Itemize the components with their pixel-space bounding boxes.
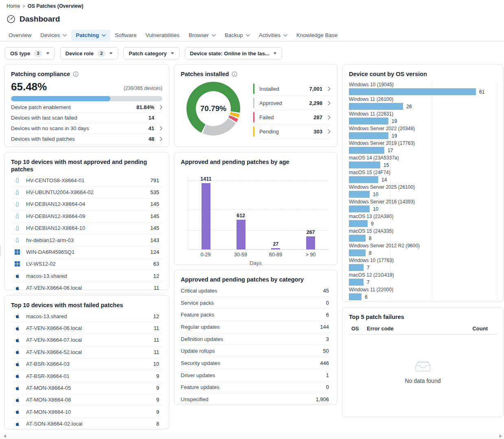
os-bar-label: macOS 12 (21G419) [349, 272, 497, 278]
device-name: WIN-DA6R4596SQ1 [26, 249, 75, 255]
legend-color-bar [253, 112, 254, 122]
chevron-cell [322, 87, 331, 91]
tab-vulnerabilities[interactable]: Vulnerabilities [141, 30, 184, 41]
os-bar-value: 26 [406, 104, 412, 109]
device-row[interactable]: hv-debian12-arm-03143 [11, 234, 162, 246]
category-label: Update rollups [181, 348, 215, 354]
os-bar-label: Windows 11 (22000) [349, 287, 497, 293]
info-icon[interactable] [232, 71, 237, 77]
os-bar-group: Windows 11 (22000)6 [349, 287, 497, 300]
category-value: 144 [320, 324, 331, 330]
filter-patch-category[interactable]: Patch category [123, 47, 179, 59]
device-row[interactable]: HV-UBUNTU2004-X8664-02535 [11, 186, 162, 198]
category-value: 0 [326, 300, 331, 306]
tab-backup[interactable]: Backup [220, 30, 254, 41]
filter-device-role[interactable]: Device role2 [60, 47, 118, 59]
device-row[interactable]: macos-13.shared12 [11, 270, 162, 282]
device-row[interactable]: AT-MON-X8664-109 [11, 406, 162, 418]
category-label: Feature packs [181, 312, 214, 318]
empty-state-text: No data found [405, 378, 441, 384]
age-axis-tick: 60-89 [258, 252, 293, 258]
device-name: HV-UBUNTU2004-X8664-02 [26, 189, 93, 195]
device-row[interactable]: HV-CENTOS8-X8664-01791 [11, 175, 162, 186]
column-os: OS [349, 325, 367, 332]
device-row[interactable]: AT-VEN-X8664-06.local11 [11, 282, 162, 294]
os-bar-label: Windows Server 2025 (26100) [349, 184, 497, 190]
device-row[interactable]: HV-DEBIAN12-X8664-04145 [11, 199, 162, 210]
tab-browser[interactable]: Browser [184, 30, 220, 41]
os-bar-label: Windows Server 2022 (20348) [349, 126, 497, 131]
device-row[interactable]: AT-VEN-X8664-07.local11 [11, 334, 162, 346]
scroll-left-arrow-icon[interactable] [4, 435, 6, 438]
linux-icon [14, 237, 20, 243]
filter-os-type[interactable]: OS type3 [5, 47, 55, 59]
os-bar-group: Windows 10 (17763)7 [349, 258, 497, 271]
card-title: Patches installed [181, 70, 331, 78]
patches-by-age-card: Approved and pending patches by age 1411… [174, 152, 337, 265]
tab-overview[interactable]: Overview [4, 30, 36, 41]
device-row[interactable]: WIN-DA6R4596SQ1124 [11, 246, 162, 258]
breadcrumb-home-link[interactable]: Home [7, 3, 20, 9]
device-row[interactable]: AT-VEN-X8664-52.local11 [11, 346, 162, 358]
legend-row-approved[interactable]: Approved2,298 [253, 96, 331, 110]
chevron-cell [154, 105, 162, 109]
device-row[interactable]: AT-VEN-X8664-06.local11 [11, 322, 162, 334]
os-bar-row: 10 [349, 205, 497, 212]
legend-row-failed[interactable]: Failed287 [253, 110, 331, 124]
info-icon[interactable] [73, 71, 79, 77]
category-label: Unspecified [181, 396, 208, 402]
stat-row-devices-with-failed-patches[interactable]: Devices with failed patches48 [11, 134, 162, 144]
tab-patching[interactable]: Patching [71, 30, 110, 41]
device-row[interactable]: AT-MON-X8664-089 [11, 394, 162, 406]
patch-failures-card: Top 5 patch failures OS Error code Count… [342, 307, 504, 417]
legend-row-pending[interactable]: Pending303 [253, 124, 331, 139]
os-bar-row: 7 [349, 264, 497, 271]
device-row[interactable]: HV-DEBIAN12-X8664-10145 [11, 223, 162, 234]
legend-row-installed[interactable]: Installed7,001 [253, 82, 331, 96]
device-name: HV-DEBIAN12-X8664-04 [26, 201, 85, 207]
legend-value: 287 [313, 114, 322, 120]
device-patch-count: 8 [156, 421, 162, 427]
device-row[interactable]: HV-DEBIAN12-X8664-09145 [11, 210, 162, 222]
os-bar-label: Windows Server 2012 R2 (9600) [349, 243, 497, 249]
inbox-icon [414, 358, 432, 374]
filter-device-state[interactable]: Device state: Online in the las... [185, 47, 282, 59]
device-patch-count: 9 [156, 385, 162, 391]
category-label: Driver updates [181, 372, 215, 378]
age-axis-tick: > 90 [293, 252, 328, 258]
chevron-right-icon [160, 126, 162, 131]
tab-software[interactable]: Software [110, 30, 141, 41]
age-bar [306, 236, 315, 249]
device-row[interactable]: LV-WS12-0263 [11, 258, 162, 270]
tab-knowledge-base[interactable]: Knowledge Base [292, 30, 342, 41]
device-row[interactable]: AT-MON-X8664-059 [11, 382, 162, 394]
device-patch-count: 9 [156, 409, 162, 415]
os-bar-value: 10 [373, 192, 378, 197]
category-row-critical-updates: Critical updates45 [181, 285, 331, 297]
device-row[interactable]: AT-BSR-X8664-019 [11, 370, 162, 382]
horizontal-scrollbar[interactable] [0, 433, 504, 439]
scroll-right-arrow-icon[interactable] [500, 435, 502, 438]
device-row[interactable]: AT-SON-X8664-02.local8 [11, 418, 162, 430]
os-bar [349, 88, 476, 95]
os-bar-row: 10 [349, 191, 497, 198]
os-bar-row: 9 [349, 220, 497, 227]
stat-row-device-patch-enablement[interactable]: Device patch enablement81.84% [11, 102, 162, 113]
os-bar-group: macOS 14 (23A5337a)15 [349, 155, 497, 168]
linux-icon [14, 225, 20, 231]
patching-compliance-card: Patching compliance 65.48% (239/365 devi… [4, 64, 169, 147]
tab-label: Activities [259, 32, 280, 38]
stat-row-devices-with-no-scans-in-30-days[interactable]: Devices with no scans in 30 days41 [11, 123, 162, 134]
os-bar-group: macOS 13 (22A380)9 [349, 214, 497, 227]
os-bar [349, 132, 388, 139]
tab-activities[interactable]: Activities [254, 30, 292, 41]
device-row[interactable]: AT-BSR-X8664-0310 [11, 358, 162, 370]
tab-devices[interactable]: Devices [36, 30, 71, 41]
dropdown-arrow-icon [46, 52, 50, 55]
stat-value: 81.84% [136, 104, 154, 110]
device-row[interactable]: macos-13.shared12 [11, 310, 162, 322]
os-bar-value: 8 [369, 236, 372, 241]
age-bar-value: 267 [307, 229, 315, 235]
device-name: AT-VEN-X8664-06.local [26, 285, 82, 291]
device-patch-count: 145 [150, 225, 162, 231]
